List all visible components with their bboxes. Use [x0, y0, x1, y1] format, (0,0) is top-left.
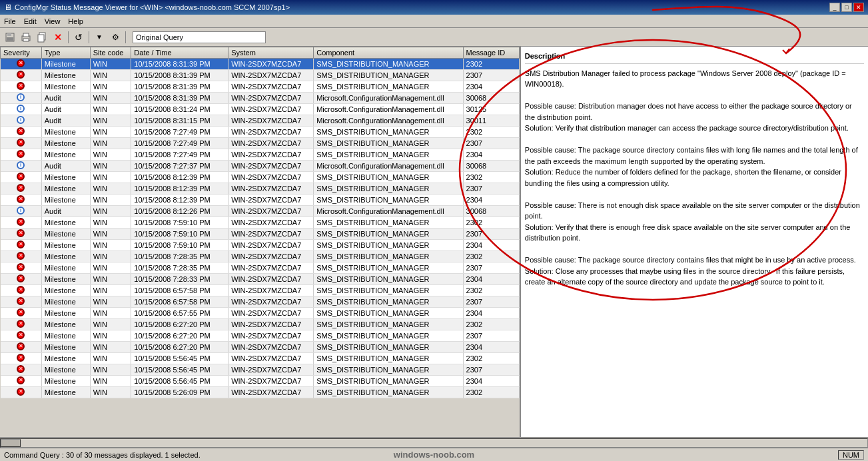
minimize-button[interactable]: _ [829, 3, 840, 12]
table-row[interactable]: MilestoneWIN10/15/2008 7:27:49 PMWIN-2SD… [1, 149, 520, 161]
table-row[interactable]: AuditWIN10/15/2008 8:31:24 PMWIN-2SDX7MZ… [1, 104, 520, 115]
datetime-cell: 10/15/2008 8:31:39 PM [131, 93, 228, 104]
system-cell: WIN-2SDX7MZCDA7 [228, 81, 314, 93]
toolbar-separator-2 [89, 31, 89, 43]
severity-cell [1, 104, 42, 115]
component-cell: SMS_DISTRIBUTION_MANAGER [314, 319, 463, 330]
table-row[interactable]: MilestoneWIN10/15/2008 6:57:58 PMWIN-2SD… [1, 285, 520, 296]
properties-button[interactable]: ⚙ [108, 30, 123, 45]
info-icon [17, 105, 25, 113]
component-cell: SMS_DISTRIBUTION_MANAGER [314, 217, 463, 229]
table-row[interactable]: MilestoneWIN10/15/2008 5:56:45 PMWIN-2SD… [1, 353, 520, 364]
table-row[interactable]: MilestoneWIN10/15/2008 5:26:09 PMWIN-2SD… [1, 387, 520, 398]
table-row[interactable]: AuditWIN10/15/2008 8:31:39 PMWIN-2SDX7MZ… [1, 93, 520, 104]
table-row[interactable]: MilestoneWIN10/15/2008 7:28:35 PMWIN-2SD… [1, 251, 520, 262]
table-area[interactable]: Severity Type Site code Date / Time Syst… [0, 47, 521, 437]
print-button[interactable] [19, 30, 33, 45]
menu-help[interactable]: Help [64, 16, 87, 27]
msgid-cell: 2304 [463, 342, 519, 353]
site-cell: WIN [90, 376, 131, 387]
table-row[interactable]: MilestoneWIN10/15/2008 6:27:20 PMWIN-2SD… [1, 319, 520, 330]
msgid-cell: 2304 [463, 240, 519, 251]
system-cell: WIN-2SDX7MZCDA7 [228, 240, 314, 251]
severity-cell [1, 240, 42, 251]
error-icon [17, 308, 25, 316]
severity-cell [1, 251, 42, 262]
table-row[interactable]: MilestoneWIN10/15/2008 6:27:20 PMWIN-2SD… [1, 330, 520, 342]
table-row[interactable]: MilestoneWIN10/15/2008 7:28:35 PMWIN-2SD… [1, 262, 520, 274]
table-row[interactable]: MilestoneWIN10/15/2008 6:27:20 PMWIN-2SD… [1, 342, 520, 353]
menu-edit[interactable]: Edit [20, 16, 41, 27]
table-row[interactable]: MilestoneWIN10/15/2008 7:59:10 PMWIN-2SD… [1, 240, 520, 251]
table-row[interactable]: MilestoneWIN10/15/2008 5:56:45 PMWIN-2SD… [1, 364, 520, 376]
col-component[interactable]: Component [314, 47, 463, 59]
filter-button[interactable]: ▼ [92, 30, 107, 45]
severity-cell [1, 262, 42, 274]
datetime-cell: 10/15/2008 7:27:37 PM [131, 161, 228, 172]
site-cell: WIN [90, 262, 131, 274]
h-scrollbar[interactable] [0, 437, 868, 448]
site-cell: WIN [90, 364, 131, 376]
system-cell: WIN-2SDX7MZCDA7 [228, 308, 314, 319]
save-button[interactable] [3, 30, 17, 45]
table-row[interactable]: MilestoneWIN10/15/2008 8:31:39 PMWIN-2SD… [1, 81, 520, 93]
site-cell: WIN [90, 161, 131, 172]
table-row[interactable]: MilestoneWIN10/15/2008 7:28:33 PMWIN-2SD… [1, 274, 520, 285]
error-icon [17, 274, 25, 282]
table-row[interactable]: MilestoneWIN10/15/2008 8:12:39 PMWIN-2SD… [1, 172, 520, 183]
menu-file[interactable]: File [0, 16, 20, 27]
msgid-cell: 2304 [463, 308, 519, 319]
system-cell: WIN-2SDX7MZCDA7 [228, 353, 314, 364]
copy-button[interactable] [35, 30, 49, 45]
datetime-cell: 10/15/2008 6:57:58 PM [131, 285, 228, 296]
menu-view[interactable]: View [41, 16, 65, 27]
col-system[interactable]: System [228, 47, 314, 59]
component-cell: SMS_DISTRIBUTION_MANAGER [314, 81, 463, 93]
component-cell: Microsoft.ConfigurationManagement.dll [314, 93, 463, 104]
msgid-cell: 2302 [463, 59, 519, 70]
col-site[interactable]: Site code [90, 47, 131, 59]
col-type[interactable]: Type [41, 47, 90, 59]
col-datetime[interactable]: Date / Time [131, 47, 228, 59]
table-row[interactable]: MilestoneWIN10/15/2008 7:27:49 PMWIN-2SD… [1, 127, 520, 138]
col-msgid[interactable]: Message ID [463, 47, 519, 59]
error-icon [17, 71, 25, 79]
close-button[interactable]: ✕ [853, 3, 864, 12]
refresh-button[interactable]: ↺ [71, 30, 86, 45]
table-row[interactable]: MilestoneWIN10/15/2008 8:31:39 PMWIN-2SD… [1, 59, 520, 70]
query-input[interactable]: Original Query [133, 31, 266, 43]
table-row[interactable]: MilestoneWIN10/15/2008 8:12:39 PMWIN-2SD… [1, 183, 520, 195]
error-icon [17, 286, 25, 294]
error-icon [17, 297, 25, 305]
table-row[interactable]: MilestoneWIN10/15/2008 6:57:58 PMWIN-2SD… [1, 296, 520, 308]
svg-rect-5 [23, 39, 29, 41]
maximize-button[interactable]: □ [841, 3, 852, 12]
component-cell: SMS_DISTRIBUTION_MANAGER [314, 308, 463, 319]
delete-button[interactable]: ✕ [51, 30, 65, 45]
msgid-cell: 30068 [463, 206, 519, 217]
msgid-cell: 30068 [463, 93, 519, 104]
table-row[interactable]: AuditWIN10/15/2008 7:27:37 PMWIN-2SDX7MZ… [1, 161, 520, 172]
table-row[interactable]: MilestoneWIN10/15/2008 7:27:49 PMWIN-2SD… [1, 138, 520, 149]
table-row[interactable]: MilestoneWIN10/15/2008 8:12:39 PMWIN-2SD… [1, 195, 520, 206]
system-cell: WIN-2SDX7MZCDA7 [228, 206, 314, 217]
table-row[interactable]: MilestoneWIN10/15/2008 5:56:45 PMWIN-2SD… [1, 376, 520, 387]
table-row[interactable]: MilestoneWIN10/15/2008 7:59:10 PMWIN-2SD… [1, 229, 520, 240]
system-cell: WIN-2SDX7MZCDA7 [228, 387, 314, 398]
system-cell: WIN-2SDX7MZCDA7 [228, 149, 314, 161]
system-cell: WIN-2SDX7MZCDA7 [228, 285, 314, 296]
col-severity[interactable]: Severity [1, 47, 42, 59]
table-row[interactable]: MilestoneWIN10/15/2008 6:57:55 PMWIN-2SD… [1, 308, 520, 319]
severity-cell [1, 353, 42, 364]
system-cell: WIN-2SDX7MZCDA7 [228, 342, 314, 353]
system-cell: WIN-2SDX7MZCDA7 [228, 262, 314, 274]
table-row[interactable]: MilestoneWIN10/15/2008 7:59:10 PMWIN-2SD… [1, 217, 520, 229]
msgid-cell: 2304 [463, 149, 519, 161]
error-icon [17, 173, 25, 181]
datetime-cell: 10/15/2008 8:12:39 PM [131, 195, 228, 206]
table-row[interactable]: AuditWIN10/15/2008 8:12:26 PMWIN-2SDX7MZ… [1, 206, 520, 217]
error-icon [17, 82, 25, 90]
table-row[interactable]: AuditWIN10/15/2008 8:31:15 PMWIN-2SDX7MZ… [1, 115, 520, 127]
table-row[interactable]: MilestoneWIN10/15/2008 8:31:39 PMWIN-2SD… [1, 70, 520, 81]
site-cell: WIN [90, 138, 131, 149]
